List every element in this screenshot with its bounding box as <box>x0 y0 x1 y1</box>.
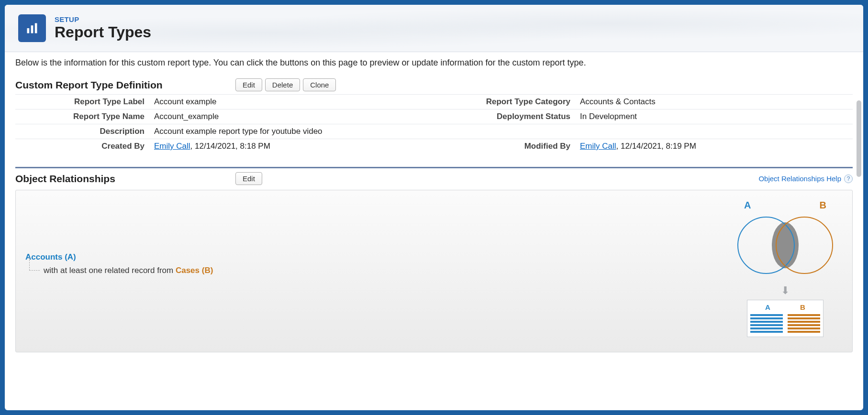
child-prefix-text: with at least one related record from <box>44 266 173 275</box>
svg-rect-1 <box>31 25 33 33</box>
created-by-meta: , 12/14/2021, 8:18 PM <box>190 142 270 151</box>
mini-table-rows <box>750 314 820 333</box>
value-created-by: Emily Call, 12/14/2021, 8:18 PM <box>149 139 446 154</box>
child-relationship-row: with at least one related record from Ca… <box>29 266 843 275</box>
child-object-link[interactable]: Cases (B) <box>176 266 213 275</box>
value-deploy: In Development <box>575 109 853 124</box>
venn-a-label: A <box>744 200 751 211</box>
edit-button[interactable]: Edit <box>235 78 262 91</box>
header-titles: SETUP Report Types <box>55 15 151 41</box>
value-report-type-label: Account example <box>149 95 446 109</box>
created-by-user-link[interactable]: Emily Call <box>154 142 190 151</box>
object-relationships-body: Accounts (A) with at least one related r… <box>15 190 853 352</box>
value-category: Accounts & Contacts <box>575 95 853 109</box>
label-report-type-name: Report Type Name <box>15 109 149 124</box>
edit-relationships-button[interactable]: Edit <box>235 172 262 185</box>
mini-table-diagram: A B <box>747 300 823 337</box>
help-icon: ? <box>844 175 853 183</box>
page-title: Report Types <box>55 23 151 41</box>
label-created-by: Created By <box>15 139 149 154</box>
clone-button[interactable]: Clone <box>303 78 336 91</box>
tree-connector-icon <box>29 257 40 271</box>
header-banner: SETUP Report Types <box>5 5 863 52</box>
scrollbar[interactable] <box>857 100 861 177</box>
definition-table: Report Type Label Account example Report… <box>15 94 853 153</box>
label-category: Report Type Category <box>446 95 575 109</box>
mini-col-a-label: A <box>765 303 770 311</box>
venn-diagram: A B ⬇ A B <box>737 200 833 337</box>
mini-col-b-label: B <box>800 303 805 311</box>
value-report-type-name: Account_example <box>149 109 446 124</box>
modified-by-user-link[interactable]: Emily Call <box>580 142 616 151</box>
mini-table-header: A B <box>750 303 820 311</box>
label-modified-by: Modified By <box>446 139 575 154</box>
mini-col-b <box>788 314 820 333</box>
arrow-down-icon: ⬇ <box>737 284 833 297</box>
delete-button[interactable]: Delete <box>265 78 300 91</box>
svg-rect-0 <box>27 28 30 33</box>
help-link-text: Object Relationships Help <box>758 175 841 183</box>
label-description: Description <box>15 124 149 139</box>
label-report-type-label: Report Type Label <box>15 95 149 109</box>
value-description: Account example report type for youtube … <box>149 124 853 139</box>
definition-header: Custom Report Type Definition Edit Delet… <box>15 78 853 91</box>
page-container: SETUP Report Types Below is the informat… <box>5 5 863 410</box>
object-relationships-help-link[interactable]: Object Relationships Help ? <box>758 175 853 183</box>
label-deploy: Deployment Status <box>446 109 575 124</box>
object-relationships-header: Object Relationships Edit Object Relatio… <box>15 172 853 185</box>
relationship-tree: Accounts (A) with at least one related r… <box>25 200 843 275</box>
modified-by-meta: , 12/14/2021, 8:19 PM <box>616 142 696 151</box>
object-relationships-section: Object Relationships Edit Object Relatio… <box>15 167 853 352</box>
svg-rect-2 <box>35 23 37 33</box>
definition-title: Custom Report Type Definition <box>15 79 235 91</box>
setup-breadcrumb: SETUP <box>55 15 151 23</box>
mini-col-a <box>750 314 783 333</box>
venn-circle-b <box>776 217 833 274</box>
report-types-icon <box>18 14 46 42</box>
value-modified-by: Emily Call, 12/14/2021, 8:19 PM <box>575 139 853 154</box>
venn-labels: A B <box>737 200 833 211</box>
venn-circles <box>737 212 833 284</box>
venn-b-label: B <box>820 200 826 211</box>
intro-text: Below is the information for this custom… <box>15 58 853 68</box>
object-relationships-title: Object Relationships <box>15 173 235 185</box>
content-area: Below is the information for this custom… <box>5 52 863 405</box>
